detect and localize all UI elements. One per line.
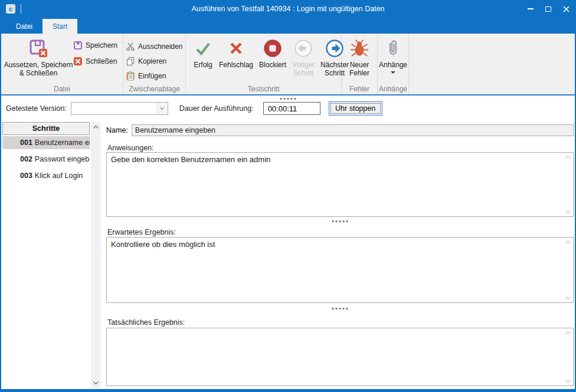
ribbon-group-label: Testschritt — [186, 85, 341, 93]
ribbon-group-fehler: Neuer Fehler Fehler — [342, 34, 378, 94]
name-label: Name: — [106, 126, 128, 134]
scroll-up-icon[interactable] — [91, 122, 101, 132]
paste-button[interactable]: Einfügen — [126, 71, 182, 81]
duration-input[interactable] — [263, 102, 320, 115]
previous-step-button: Voriger Schritt — [289, 37, 318, 84]
tested-version-label: Getestete Version: — [6, 104, 67, 113]
splitter-handle[interactable] — [280, 98, 296, 100]
step-number: 002 — [20, 155, 32, 163]
attachments-button[interactable]: Anhänge — [376, 37, 410, 84]
titlebar: c Ausführen von Testfall 140934 : Login … — [1, 0, 575, 18]
close-icon — [563, 6, 570, 12]
step-item[interactable]: 002Passwort eingeben — [2, 153, 90, 166]
tab-datei[interactable]: Datei — [6, 19, 42, 34]
steps-header: Schritte — [2, 122, 90, 135]
copy-button[interactable]: Kopieren — [126, 57, 182, 66]
scroll-up-icon[interactable] — [565, 155, 571, 159]
ribbon-group-datei: Aussetzen, Speichern & Schließen Speiche… — [1, 34, 123, 94]
minimize-button[interactable] — [522, 0, 539, 18]
steps-panel: Schritte 001Benutzername eingeben 002Pas… — [2, 122, 101, 388]
step-item[interactable]: 001Benutzername eingeben — [2, 136, 90, 149]
maximize-button[interactable] — [539, 0, 557, 18]
attachments-icon — [383, 38, 403, 58]
button-label: Anhänge — [379, 61, 407, 69]
button-label: Schließen — [86, 57, 117, 65]
tab-start[interactable]: Start — [42, 19, 77, 34]
tested-version-select[interactable] — [71, 102, 168, 115]
datei-small-buttons: Speichern Schließen — [73, 37, 117, 84]
window-controls — [522, 0, 575, 18]
ribbon: Aussetzen, Speichern & Schließen Speiche… — [1, 34, 575, 95]
copy-icon — [126, 57, 135, 66]
chevron-down-icon — [159, 107, 165, 110]
ribbon-group-label: Zwischenablage — [123, 85, 185, 93]
ribbon-group-testschritt: Erfolg Fehlschlag Blocki — [186, 34, 342, 94]
splitter-handle[interactable] — [332, 308, 348, 309]
save-button[interactable]: Speichern — [73, 41, 117, 50]
button-label: Blockiert — [259, 61, 286, 69]
blocked-button[interactable]: Blockiert — [256, 37, 289, 84]
ribbon-group-label: Datei — [1, 85, 123, 93]
close-button[interactable] — [557, 0, 575, 18]
steps-list: Schritte 001Benutzername eingeben 002Pas… — [2, 122, 90, 388]
ribbon-group-anhaenge: Anhänge Anhänge — [378, 34, 409, 94]
expected-result-textarea[interactable]: Kontrolliere ob dies möglich ist — [107, 238, 573, 302]
button-label: Fehlschlag — [219, 61, 253, 69]
splitter-handle[interactable] — [332, 220, 348, 222]
cut-button[interactable]: Ausschneiden — [126, 42, 182, 51]
steps-scrollbar[interactable] — [91, 122, 101, 388]
button-label: Aussetzen, Speichern & Schließen — [4, 61, 73, 77]
new-defect-button[interactable]: Neuer Fehler — [346, 37, 372, 84]
save-icon — [73, 41, 83, 50]
scroll-down-icon[interactable] — [565, 379, 571, 383]
scroll-down-icon[interactable] — [91, 378, 101, 388]
ribbon-group-label: Anhänge — [378, 85, 408, 93]
step-detail-panel: Name: Anweisungen: Gebe den korrekten Be… — [106, 121, 574, 389]
step-number: 001 — [20, 139, 32, 147]
suspend-save-close-button[interactable]: Aussetzen, Speichern & Schließen — [4, 37, 73, 84]
step-item[interactable]: 003Klick auf Login — [2, 169, 90, 182]
scroll-up-icon[interactable] — [565, 331, 571, 335]
paste-icon — [126, 71, 135, 81]
instructions-label: Anweisungen: — [107, 144, 154, 152]
ribbon-group-label: Fehler — [342, 85, 377, 93]
button-label: Neuer Fehler — [349, 61, 369, 77]
actual-result-textarea[interactable] — [107, 328, 573, 386]
clipboard-buttons: Ausschneiden Kopieren — [126, 37, 182, 84]
stop-clock-button[interactable]: Uhr stoppen — [329, 101, 382, 116]
step-label: Passwort eingeben — [35, 155, 90, 163]
minimize-icon — [528, 8, 534, 9]
window-title: Ausführen von Testfall 140934 : Login mi… — [191, 5, 384, 13]
expected-result-label: Erwartetes Ergebnis: — [107, 228, 176, 236]
tested-version-input[interactable] — [71, 103, 156, 114]
fail-button[interactable]: Fehlschlag — [216, 37, 256, 84]
pass-icon — [193, 38, 213, 58]
actual-result-label: Tatsächliches Ergebnis: — [107, 318, 185, 327]
close-file-button[interactable]: Schließen — [73, 57, 117, 66]
scroll-down-icon[interactable] — [565, 210, 571, 214]
app-icon[interactable]: c — [6, 4, 15, 14]
button-label: Einfügen — [138, 72, 166, 80]
scroll-up-icon[interactable] — [565, 240, 571, 244]
blocked-icon — [263, 38, 283, 58]
app-window: c Ausführen von Testfall 140934 : Login … — [0, 0, 576, 392]
maximize-icon — [545, 6, 551, 12]
instructions-field: Gebe den korrekten Benutzernamen ein adm… — [106, 152, 574, 217]
button-label: Voriger Schritt — [292, 61, 315, 77]
fail-icon — [226, 38, 246, 58]
pass-button[interactable]: Erfolg — [190, 37, 216, 84]
titlebar-divider — [21, 4, 21, 14]
step-label: Klick auf Login — [35, 172, 83, 180]
button-label: Speichern — [86, 41, 117, 50]
name-input[interactable] — [132, 124, 574, 136]
ribbon-group-zwischenablage: Ausschneiden Kopieren — [123, 34, 186, 94]
combo-dropdown-button[interactable] — [156, 103, 168, 114]
instructions-textarea[interactable]: Gebe den korrekten Benutzernamen ein adm… — [107, 153, 573, 216]
step-label: Benutzername eingeben — [35, 139, 90, 147]
execution-toolbar: Getestete Version: Dauer der Ausführung:… — [1, 95, 575, 121]
expected-result-field: Kontrolliere ob dies möglich ist — [106, 237, 574, 303]
suspend-save-close-icon — [28, 38, 48, 58]
content-area: Schritte 001Benutzername eingeben 002Pas… — [1, 121, 575, 389]
new-defect-icon — [349, 38, 369, 58]
scroll-down-icon[interactable] — [565, 296, 571, 300]
